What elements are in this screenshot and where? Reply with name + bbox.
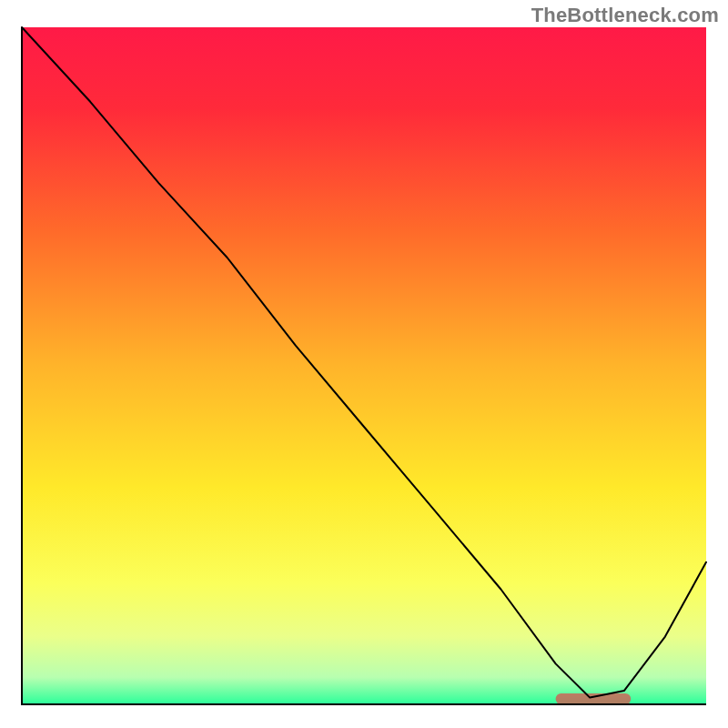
plot-background	[22, 27, 706, 704]
bottleneck-chart	[0, 0, 728, 728]
optimal-range-marker	[556, 693, 632, 704]
